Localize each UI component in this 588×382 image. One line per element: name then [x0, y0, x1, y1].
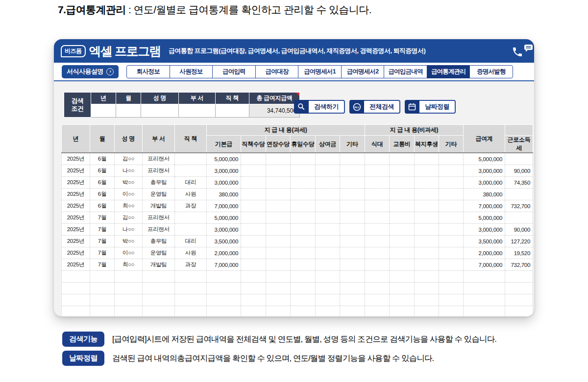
cell-bonus — [316, 259, 340, 271]
tab-item[interactable]: 사원정보 — [170, 65, 213, 78]
cell-etc_taxable — [340, 189, 365, 200]
cell-transport — [390, 283, 415, 294]
cell-etc_taxable — [340, 212, 365, 224]
header-month: 월 — [90, 125, 115, 153]
cell-year: 2025년 — [62, 259, 90, 271]
guide-button[interactable]: 서식사용설명 › — [62, 65, 119, 78]
cell-position — [175, 212, 207, 224]
search-name-input[interactable] — [141, 104, 179, 118]
cell-pos_allowance — [241, 247, 266, 259]
cell-overtime — [266, 259, 291, 271]
cell-etc_nontax — [439, 294, 464, 306]
cell-pos_allowance — [241, 236, 266, 247]
cell-month: 7월 — [90, 259, 115, 271]
table-row: 2025년6월최○○개발팀과장7,000,0007,000,000732,700 — [62, 200, 533, 212]
cell-position: 사원 — [175, 247, 207, 259]
header-nontax-group: 지 급 내 용(비과세) — [365, 125, 464, 136]
cell-holiday — [291, 247, 316, 259]
search-icon — [294, 100, 309, 114]
cell-meal — [365, 236, 390, 247]
cell-tax: 732,700 — [505, 200, 533, 212]
cell-overtime — [266, 283, 291, 294]
cell-pos_allowance — [241, 177, 266, 189]
cell-holiday — [291, 236, 316, 247]
cell-transport — [390, 271, 415, 283]
header-taxable-group: 지 급 내 용(과세) — [207, 125, 365, 136]
date-sort-button[interactable]: 날짜정렬 — [405, 100, 456, 114]
cell-meal — [365, 200, 390, 212]
search-button-label: 검색하기 — [309, 100, 345, 114]
cell-transport — [390, 200, 415, 212]
cell-name — [115, 283, 143, 294]
table-row: 2025년7월최○○개발팀과장7,000,0007,000,000732,700 — [62, 259, 533, 271]
cell-transport — [390, 236, 415, 247]
cell-bonus — [316, 283, 340, 294]
cell-dept — [143, 306, 175, 317]
cell-bonus — [316, 153, 340, 165]
cell-etc_taxable — [340, 200, 365, 212]
page-title-rest: : 연도/월별로 급여통계를 확인하고 관리할 수 있습니다. — [126, 4, 371, 15]
table-row: 2025년7월김○○프리랜서5,000,0005,000,000 — [62, 212, 533, 224]
tab-item[interactable]: 급여명세서2 — [341, 65, 385, 78]
cell-base: 7,000,000 — [207, 259, 241, 271]
payroll-table: 년 월 성 명 부 서 직 책 지 급 내 용(과세) 지 급 내 용(비과세)… — [61, 124, 533, 316]
cell-year: 2025년 — [62, 177, 90, 189]
search-dept-input[interactable] — [179, 104, 216, 118]
cell-total: 5,000,000 — [464, 212, 505, 224]
cell-overtime — [266, 294, 291, 306]
action-buttons: 검색하기 ALL 전체검색 날짜정렬 — [294, 100, 456, 114]
cell-pos_allowance — [241, 189, 266, 200]
cell-transport — [390, 153, 415, 165]
tab-item[interactable]: 급여명세서1 — [298, 65, 342, 78]
cell-pos_allowance — [241, 259, 266, 271]
cell-total: 3,000,000 — [464, 224, 505, 236]
cell-transport — [390, 294, 415, 306]
search-all-button[interactable]: ALL 전체검색 — [349, 100, 400, 114]
tab-item[interactable]: 급여입력 — [212, 65, 256, 78]
search-month-input[interactable] — [116, 104, 141, 118]
cell-year — [62, 271, 90, 283]
cell-etc_nontax — [439, 259, 464, 271]
cell-tax — [505, 306, 533, 317]
search-col-position: 직 책 — [216, 93, 249, 104]
cell-month — [90, 283, 115, 294]
tab-item[interactable]: 급여입금내역 — [384, 65, 427, 78]
cell-month: 7월 — [90, 247, 115, 259]
cell-total: 5,000,000 — [464, 153, 505, 165]
cell-etc_nontax — [439, 224, 464, 236]
tab-item[interactable]: 회사정보 — [126, 65, 170, 78]
tab-item[interactable]: 급여대장 — [255, 65, 299, 78]
cell-welfare — [415, 259, 439, 271]
cell-meal — [365, 224, 390, 236]
page-title: 7.급여통계관리 : 연도/월별로 급여통계를 확인하고 관리할 수 있습니다. — [58, 3, 371, 17]
cell-tax: 74,350 — [505, 177, 533, 189]
cell-bonus — [316, 224, 340, 236]
cell-position — [175, 165, 207, 177]
cell-year: 2025년 — [62, 200, 90, 212]
cell-position — [175, 283, 207, 294]
cell-etc_nontax — [439, 283, 464, 294]
cell-overtime — [266, 165, 291, 177]
cell-etc_nontax — [439, 153, 464, 165]
cell-transport — [390, 306, 415, 317]
search-position-input[interactable] — [216, 104, 249, 118]
search-button[interactable]: 검색하기 — [294, 100, 345, 114]
calendar-icon — [405, 100, 419, 114]
svg-text:ALL: ALL — [354, 106, 360, 109]
phone-chat-icon[interactable] — [510, 44, 534, 58]
cell-position — [175, 224, 207, 236]
tab-item[interactable]: 급여통계관리 — [427, 65, 470, 78]
cell-name: 최○○ — [115, 200, 143, 212]
cell-meal — [365, 189, 390, 200]
cell-base: 2,000,000 — [207, 247, 241, 259]
cell-name: 이○○ — [115, 189, 143, 200]
cell-dept: 개발팀 — [143, 259, 175, 271]
footnote-badge-search: 검색기능 — [62, 332, 104, 347]
search-year-input[interactable] — [91, 104, 116, 118]
cell-base — [207, 294, 241, 306]
titlebar: 비즈폼 엑셀 프로그램 급여통합 프로그램(급여대장, 급여명세서, 급여입금내… — [54, 39, 534, 63]
content-area: 검색 조건 년 월 성 명 부 서 직 책 총 급여지급액 34,74 — [54, 81, 534, 316]
tab-item[interactable]: 증명서발행 — [469, 65, 513, 78]
cell-welfare — [415, 236, 439, 247]
cell-meal — [365, 247, 390, 259]
